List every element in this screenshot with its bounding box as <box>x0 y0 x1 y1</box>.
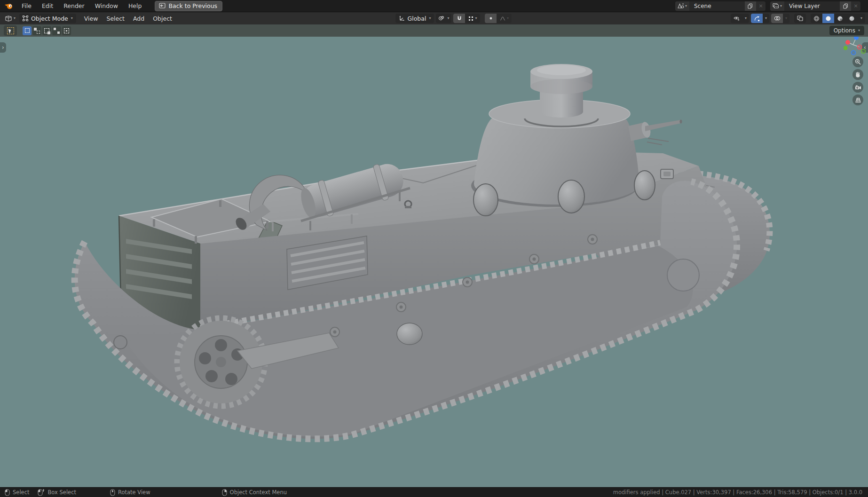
material-sphere-icon <box>837 16 843 22</box>
active-tool-select-box[interactable] <box>4 25 17 36</box>
scene-icon <box>678 3 684 9</box>
menu-file[interactable]: File <box>17 1 36 11</box>
select-mode-set[interactable] <box>23 26 32 35</box>
scene-copy-button[interactable] <box>745 1 756 11</box>
hint-label: Box Select <box>47 489 76 496</box>
toggle-perspective-button[interactable] <box>852 95 863 105</box>
chevron-down-icon: ▾ <box>745 16 747 20</box>
solid-sphere-icon <box>825 16 831 22</box>
hint-box-select: Box Select <box>38 489 76 496</box>
orientation-label: Global <box>408 15 426 22</box>
viewport-display-group: ▾ ▾ ▾ <box>731 14 865 23</box>
mouse-left-icon <box>5 489 10 496</box>
orientation-axes-icon <box>399 16 405 21</box>
tool-header: Options ▾ <box>0 24 868 37</box>
copy-icon <box>748 3 753 9</box>
show-overlays-toggle[interactable] <box>771 14 783 23</box>
editor-type-selector[interactable]: ▾ <box>3 14 17 23</box>
chevron-down-icon: ▾ <box>780 4 782 8</box>
view-layer-browse-button[interactable]: ▾ <box>770 1 784 11</box>
menu-select[interactable]: Select <box>102 14 129 24</box>
mouse-middle-icon <box>110 489 115 496</box>
pan-button[interactable] <box>852 69 863 80</box>
hint-label: Object Context Menu <box>230 489 287 496</box>
proportional-editing-icon <box>489 16 493 21</box>
shading-material-button[interactable] <box>834 14 846 23</box>
menu-edit[interactable]: Edit <box>37 1 58 11</box>
scene-statistics: modifiers applied | Cube.027 | Verts:30,… <box>613 489 862 496</box>
view-layer-name[interactable]: View Layer <box>784 3 840 9</box>
wireframe-sphere-icon <box>813 16 820 22</box>
chevron-down-icon: ▾ <box>447 16 449 20</box>
pivot-point-dropdown[interactable]: ▾ <box>436 14 451 23</box>
chevron-down-icon: ▾ <box>14 16 16 20</box>
back-button-label: Back to Previous <box>168 2 217 9</box>
mouse-left-drag-icon <box>38 489 45 496</box>
view-layer-icon <box>773 3 779 9</box>
pivot-point-icon <box>438 16 444 21</box>
options-dropdown[interactable]: Options ▾ <box>829 26 864 35</box>
overlays-icon <box>774 16 781 21</box>
zoom-icon <box>855 59 861 65</box>
view-layer-copy-button[interactable] <box>840 1 851 11</box>
proportional-falloff-dropdown[interactable]: ▾ <box>497 14 512 23</box>
mouse-right-icon <box>222 489 227 496</box>
copy-icon <box>843 3 848 9</box>
select-mode-invert[interactable] <box>52 26 61 35</box>
chevron-down-icon: ▾ <box>475 16 477 20</box>
hint-select: Select <box>5 489 29 496</box>
chevron-down-icon: ▾ <box>860 16 862 20</box>
proportional-editing-toggle[interactable] <box>485 14 497 23</box>
zoom-button[interactable] <box>852 56 863 67</box>
xray-icon <box>797 16 803 21</box>
rendered-sphere-icon <box>849 16 855 22</box>
object-visibility-dropdown[interactable] <box>731 14 742 23</box>
scene-selector[interactable]: ▾ Scene × <box>675 1 765 11</box>
menu-view[interactable]: View <box>80 14 103 24</box>
view-layer-selector[interactable]: ▾ View Layer × <box>770 1 860 11</box>
shading-solid-button[interactable] <box>822 14 834 23</box>
select-mode-subtract[interactable] <box>42 26 51 35</box>
menu-help[interactable]: Help <box>124 1 147 11</box>
gizmo-icon <box>754 16 760 22</box>
shading-wireframe-button[interactable] <box>811 14 822 23</box>
menu-add[interactable]: Add <box>129 14 149 24</box>
object-mode-icon <box>23 16 28 21</box>
snap-settings-dropdown[interactable]: ▾ <box>465 14 480 23</box>
menu-window[interactable]: Window <box>90 1 123 11</box>
mode-selector[interactable]: Object Mode ▾ <box>19 14 76 23</box>
transform-orientation-dropdown[interactable]: Global ▾ <box>395 14 434 23</box>
blender-logo-icon[interactable] <box>4 2 14 10</box>
snap-toggle[interactable] <box>453 14 465 23</box>
viewport-canvas[interactable]: › ‹ <box>0 37 868 487</box>
menu-object[interactable]: Object <box>149 14 176 24</box>
chevron-down-icon: ▾ <box>765 16 767 20</box>
back-to-previous-button[interactable]: Back to Previous <box>155 1 222 11</box>
menu-render[interactable]: Render <box>59 1 89 11</box>
hint-label: Select <box>13 489 29 496</box>
select-mode-extend[interactable] <box>32 26 41 35</box>
select-mode-intersect[interactable] <box>62 26 71 35</box>
chevron-down-icon: ▾ <box>71 16 73 20</box>
falloff-curve-icon <box>500 16 505 21</box>
editor-3d-viewport-icon <box>5 15 12 22</box>
visibility-eye-icon <box>734 16 740 21</box>
mode-label: Object Mode <box>31 15 68 22</box>
toolbar-expand-tab[interactable]: › <box>0 42 6 53</box>
blender-window: File Edit Render Window Help Back to Pre… <box>0 0 868 497</box>
show-gizmo-toggle[interactable] <box>751 14 763 23</box>
scene-browse-button[interactable]: ▾ <box>675 1 689 11</box>
scene-unlink-button[interactable]: × <box>756 1 765 11</box>
select-box-tool-icon <box>7 27 14 34</box>
navigation-gizmo[interactable] <box>844 37 868 55</box>
xray-toggle[interactable] <box>794 14 806 23</box>
shading-rendered-button[interactable] <box>846 14 858 23</box>
view-layer-remove-button[interactable]: × <box>851 1 860 11</box>
scene-name[interactable]: Scene <box>689 3 745 9</box>
magnet-icon <box>457 16 462 21</box>
hint-context-menu: Object Context Menu <box>222 489 287 496</box>
chevron-down-icon: ▾ <box>507 16 509 20</box>
hint-label: Rotate View <box>118 489 150 496</box>
camera-icon <box>855 85 861 90</box>
camera-view-button[interactable] <box>852 82 863 93</box>
